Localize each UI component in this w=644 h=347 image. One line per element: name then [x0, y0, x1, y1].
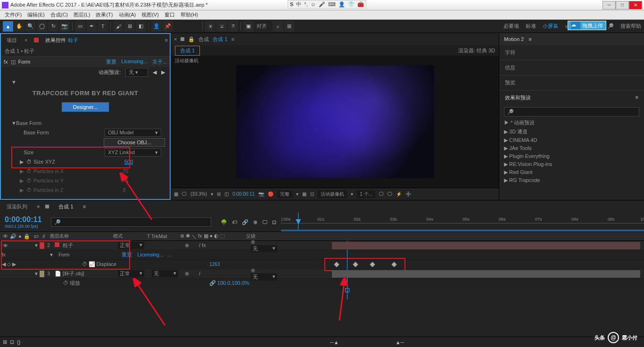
character-panel[interactable]: 字符 — [499, 45, 644, 60]
preset-item[interactable]: ▶ RG Trapcode — [499, 176, 644, 184]
camera-dropdown[interactable]: 活动摄像机 — [318, 190, 347, 198]
channel-icon[interactable]: 🔴 — [268, 191, 273, 197]
res-icon[interactable]: ⊞ — [217, 191, 221, 197]
panel-menu-icon[interactable]: ≡ — [165, 37, 168, 43]
puppet-tool[interactable]: 📌 — [163, 21, 173, 32]
tab-close-icon[interactable]: × — [25, 37, 27, 43]
ime-emoji-icon[interactable]: ☺ — [311, 1, 316, 7]
timeline-search[interactable]: 🔎 — [51, 217, 211, 227]
grid-icon[interactable]: ▦ — [302, 191, 306, 197]
particles-z-value[interactable]: 3 — [123, 187, 125, 193]
snap-label[interactable]: 对齐 — [256, 23, 267, 30]
menu-view[interactable]: 视图(V) — [139, 10, 162, 19]
layer-bar[interactable] — [332, 270, 640, 278]
tl-icon5[interactable]: 🖵 — [262, 219, 267, 225]
snap-icon[interactable]: ▣ — [243, 21, 254, 32]
view1-icon[interactable]: 🖵 — [379, 191, 384, 197]
particles-x-value[interactable]: 70 — [123, 168, 128, 174]
menu-help[interactable]: 帮助(H) — [178, 10, 201, 19]
preset-item[interactable]: ▶ * 动画预设 — [499, 118, 644, 127]
preset-item[interactable]: ▶ CINEMA 4D — [499, 136, 644, 144]
tl-icon1[interactable]: 🌳 — [221, 219, 227, 225]
time-display[interactable]: 0:00:00:11 — [232, 191, 255, 197]
col-layer-name[interactable]: 图层名称 — [48, 233, 111, 240]
workspace-small[interactable]: 小屏幕 — [543, 23, 558, 30]
tab-project[interactable]: 项目 — [3, 35, 21, 45]
ime-punct-icon[interactable]: °, — [304, 1, 307, 7]
eraser-tool[interactable]: ◧ — [136, 21, 146, 32]
preset-dropdown[interactable]: 无 ▾ — [125, 68, 148, 77]
ime-mic-icon[interactable]: 🎤 — [319, 1, 325, 8]
workspace-standard[interactable]: 标准 — [526, 23, 536, 30]
preset-item[interactable]: ▶ Red Giant — [499, 168, 644, 176]
menu-edit[interactable]: 编辑(E) — [25, 10, 48, 19]
choose-obj-button[interactable]: Choose OBJ... — [104, 138, 165, 147]
mode-dropdown[interactable]: 正常▾ — [118, 270, 144, 277]
toggle-switches-icon[interactable]: ⊞ — [3, 339, 7, 345]
effects-search[interactable]: 🔎 — [504, 107, 639, 116]
tab-close-icon[interactable]: × — [37, 204, 40, 209]
zoom-in-icon[interactable]: ▲─ — [396, 339, 405, 345]
magnify-icon[interactable]: ▦ — [174, 191, 178, 197]
menu-composition[interactable]: 合成(C) — [48, 10, 71, 19]
fx-reset[interactable]: 重置 — [106, 58, 116, 66]
motion2-header[interactable]: Motion 2≡ — [499, 33, 644, 45]
scale-row[interactable]: ⏱ 缩放 🔗 100.0,100.0% — [0, 279, 644, 288]
rotate-tool[interactable]: ↻ — [48, 21, 58, 32]
quality-dropdown[interactable]: 完整 — [277, 190, 292, 198]
ime-user-icon[interactable]: 👤 — [339, 1, 345, 8]
ime-lang[interactable]: 中 — [296, 1, 301, 8]
upload-badge[interactable]: ☁ 拖拽上传 — [568, 21, 606, 30]
panel-menu-icon[interactable]: ≡ — [231, 36, 234, 42]
tl-icon3[interactable]: 🔗 — [242, 219, 248, 225]
rect-tool[interactable]: ▭ — [75, 21, 85, 32]
col-trkmat[interactable]: T TrkMat — [145, 233, 178, 239]
view2-icon[interactable]: 🖵 — [388, 191, 392, 197]
stopwatch-icon[interactable]: ⏱ — [63, 280, 68, 286]
pen-tool[interactable]: ✒ — [86, 21, 97, 32]
preset-item[interactable]: ▶ Plugin Everything — [499, 152, 644, 160]
link-icon[interactable]: 🔗 — [209, 280, 216, 286]
tab-close-icon[interactable]: × — [174, 36, 177, 42]
viewer[interactable]: 活动摄像机 — [171, 56, 499, 188]
col-mode[interactable]: 模式 — [111, 233, 145, 240]
preset-item[interactable]: ▶ RE:Vision Plug-ins — [499, 160, 644, 168]
fx-name[interactable]: Form — [18, 59, 31, 65]
tab-effect-controls[interactable]: 效果控件 粒子 — [41, 35, 82, 45]
panel-menu-icon[interactable]: ≡ — [83, 204, 86, 209]
fx-about[interactable]: 关于... — [152, 58, 167, 66]
particles-y-value[interactable]: 70 — [123, 178, 128, 183]
menu-animation[interactable]: 动画(A) — [116, 10, 139, 19]
fx-enable-icon[interactable]: fx — [4, 59, 8, 65]
preset-item[interactable]: ▶ JAe Tools — [499, 144, 644, 152]
pickwhip-icon[interactable]: ⊚ — [251, 239, 255, 245]
displace-value[interactable]: 1263 — [207, 262, 222, 267]
scale-value[interactable]: 100.0,100.0% — [217, 280, 249, 286]
ime-toolbox-icon[interactable]: 🧰 — [357, 1, 364, 8]
zoom-out-icon[interactable]: ─▲ — [330, 339, 339, 345]
fx-licensing[interactable]: Licensing... — [121, 58, 148, 66]
close-button[interactable]: ✕ — [629, 1, 642, 9]
effects-presets-header[interactable]: 效果和预设≡ — [499, 91, 644, 105]
trkmat-dropdown[interactable]: 无▾ — [152, 270, 178, 277]
tab-comp[interactable]: 合成 1 — [55, 202, 77, 212]
stamp-tool[interactable]: ⊞ — [124, 21, 135, 32]
tl-icon6[interactable]: ⊡ — [272, 219, 276, 225]
snapshot-icon[interactable]: 📷 — [258, 191, 264, 197]
mask-icon[interactable]: ◫ — [224, 191, 229, 197]
menu-effect[interactable]: 效果(T) — [93, 10, 116, 19]
guides-icon[interactable]: ⊡ — [310, 191, 314, 197]
current-time[interactable]: 0:00:00:11 00011 (25.00 fps) — [0, 215, 46, 229]
layer-label-color[interactable] — [40, 271, 44, 277]
preset-prev-icon[interactable]: ◀ — [153, 69, 157, 75]
frame-blend-icon[interactable]: {} — [17, 339, 20, 345]
snap-opt2-icon[interactable]: ⊞ — [284, 21, 294, 32]
camera-tool[interactable]: 📷 — [59, 21, 70, 32]
axis-view-icon[interactable]: ⚻ — [228, 21, 238, 32]
designer-button[interactable]: Designer... — [62, 102, 109, 112]
view4-icon[interactable]: ➕ — [405, 191, 411, 197]
screen-icon[interactable]: 🖵 — [182, 191, 187, 197]
views-dropdown[interactable]: 1 个... — [357, 190, 375, 198]
tl-icon2[interactable]: 🏷 — [232, 219, 237, 225]
layer-name[interactable]: 📄 [杯子.obj] — [53, 270, 116, 277]
